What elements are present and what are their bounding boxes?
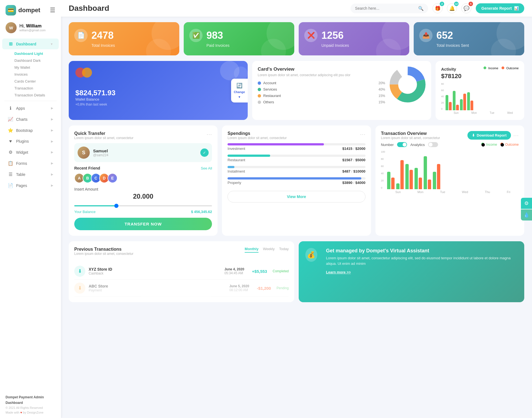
quick-transfer-widget: Quick Transfer Lorem ipsum dolor sit ame… bbox=[69, 125, 218, 236]
chart-icon: 📊 bbox=[514, 6, 519, 11]
restaurant-progress bbox=[227, 155, 270, 157]
number-toggle[interactable] bbox=[397, 142, 407, 147]
amount-slider-container bbox=[74, 202, 212, 207]
search-input[interactable] bbox=[355, 6, 416, 11]
see-all-link[interactable]: See All bbox=[201, 166, 212, 170]
property-amount: $3890 / $4000 bbox=[342, 181, 365, 185]
tx-row-name: XYZ Store ID bbox=[89, 267, 112, 271]
sidebar-item-widget-label: Widget bbox=[16, 150, 28, 155]
tx-row-type-2: Payment bbox=[89, 288, 108, 292]
sidebar-sub-dashboard-dark[interactable]: Dashboard Dark bbox=[11, 57, 61, 64]
legend-others: Others 15% bbox=[258, 100, 385, 104]
tab-monthly[interactable]: Monthly bbox=[245, 247, 259, 253]
income-dot bbox=[484, 66, 486, 69]
tx-outcome-dot: ⬤ bbox=[500, 143, 503, 145]
sent-invoices-value: 652 bbox=[436, 30, 453, 41]
outcome-bar-tx-fri bbox=[437, 164, 440, 189]
sidebar-item-dashboard[interactable]: ⊞ Dashboard ▼ bbox=[2, 39, 59, 49]
sidebar-item-widget[interactable]: ⚙ Widget ▶ bbox=[2, 147, 59, 158]
tab-today[interactable]: Today bbox=[279, 247, 289, 253]
sidebar-item-forms-label: Forms bbox=[16, 161, 27, 166]
amount-slider[interactable] bbox=[74, 205, 212, 206]
contact-info: Samuel @sam224 bbox=[93, 148, 108, 157]
avatar: W bbox=[6, 22, 17, 33]
chevron-right-icon: ▶ bbox=[51, 161, 53, 165]
sidebar-item-pages[interactable]: 📄 Pages ▶ bbox=[2, 180, 59, 191]
tx-controls: Number Analytics ⬤ Income ⬤ Outcome bbox=[381, 142, 519, 147]
tx-overview-menu[interactable]: ⋯ bbox=[513, 132, 519, 139]
tx-legend: ⬤ Income ⬤ Outcome bbox=[481, 143, 519, 147]
previous-transactions-widget: Previous Transactions Lorem ipsum dolor … bbox=[69, 241, 294, 302]
paid-invoices-icon: ✅ bbox=[189, 29, 203, 42]
user-email: william@gmail.com bbox=[19, 29, 45, 32]
settings-panel-button[interactable]: ⚙ bbox=[521, 198, 532, 209]
footer-brand: Dompet Payment Admin Dashboard bbox=[6, 395, 55, 405]
sidebar-sub-cards-center[interactable]: Cards Center bbox=[11, 78, 61, 85]
card-overview: Card's Overview Lorem ipsum dolor sit am… bbox=[252, 61, 431, 120]
analytics-toggle[interactable] bbox=[428, 142, 438, 147]
total-invoices-icon: 📄 bbox=[74, 29, 88, 42]
download-report-button[interactable]: ⬇ Download Report bbox=[467, 131, 511, 140]
table-icon: ☰ bbox=[8, 172, 13, 177]
user-profile: W Hi, William william@gmail.com bbox=[0, 19, 61, 37]
outcome-bar-tx-tue bbox=[410, 170, 413, 189]
tab-weekly[interactable]: Weekly bbox=[263, 247, 275, 253]
footer-copyright: © 2021 All Rights Reserved bbox=[6, 406, 55, 411]
gift-notification[interactable]: 🎁 2 bbox=[433, 3, 443, 13]
sidebar-item-charts-label: Charts bbox=[16, 117, 27, 122]
va-icon: 💰 bbox=[305, 248, 317, 262]
income-bar-wed bbox=[467, 92, 470, 110]
sidebar-item-charts[interactable]: 📈 Charts ▶ bbox=[2, 114, 59, 125]
contact-card[interactable]: S Samuel @sam224 ✓ bbox=[74, 143, 212, 162]
recent-friends-label: Recent Friend bbox=[74, 166, 100, 170]
dashboard-icon: ⊞ bbox=[8, 41, 13, 47]
unpaid-invoices-icon: ❌ bbox=[304, 29, 318, 42]
activity-title: Activity bbox=[441, 67, 456, 71]
sidebar-sub-invoices[interactable]: Invoices bbox=[11, 71, 61, 78]
sidebar-item-forms[interactable]: 📋 Forms ▶ bbox=[2, 158, 59, 169]
sidebar-item-dashboard-label: Dashboard bbox=[16, 42, 36, 46]
svg-point-3 bbox=[394, 71, 421, 98]
change-button[interactable]: 🔄 Change ▼ bbox=[231, 79, 248, 102]
search-box[interactable]: 🔍 bbox=[351, 4, 428, 13]
sidebar-item-bootstrap[interactable]: ⭐ Bootstrap ▶ bbox=[2, 125, 59, 136]
spendings-menu[interactable]: ⋯ bbox=[360, 131, 365, 138]
water-panel-button[interactable]: 💧 bbox=[521, 209, 532, 220]
sidebar-item-apps[interactable]: ℹ Apps ▶ bbox=[2, 103, 59, 114]
transfer-now-button[interactable]: TRANSFER NOW bbox=[74, 218, 212, 230]
installment-label: Installment bbox=[227, 169, 245, 173]
generate-report-button[interactable]: Generate Report 📊 bbox=[476, 3, 524, 13]
sidebar-sub-transaction-details[interactable]: Transaction Details bbox=[11, 92, 61, 99]
hamburger-icon[interactable]: ☰ bbox=[50, 7, 55, 14]
view-more-button[interactable]: View More bbox=[227, 191, 365, 202]
investment-progress bbox=[227, 143, 324, 145]
header: Dashboard 🔍 🎁 2 🔔 12 💬 5 Generate Report… bbox=[61, 0, 532, 17]
generate-report-label: Generate Report bbox=[481, 6, 512, 11]
outcome-legend: Outcome bbox=[502, 66, 519, 70]
sidebar-item-plugins[interactable]: ♥ Plugins ▶ bbox=[2, 136, 59, 147]
va-learn-more-link[interactable]: Learn more >> bbox=[326, 270, 351, 274]
logo-text: dompet bbox=[18, 7, 40, 14]
contact-handle: @sam224 bbox=[93, 153, 108, 157]
message-notification[interactable]: 💬 5 bbox=[461, 3, 471, 13]
chevron-right-icon: ▶ bbox=[51, 184, 53, 187]
wallet-balance-label: Wallet Balance bbox=[75, 97, 241, 101]
forms-icon: 📋 bbox=[8, 161, 13, 166]
tx-row-amount: +$5,553 bbox=[252, 269, 267, 274]
pt-header: Previous Transactions Lorem ipsum dolor … bbox=[74, 247, 289, 259]
tx-row-name-2: ABC Store bbox=[89, 284, 108, 288]
income-bar-tx-thu bbox=[424, 156, 427, 189]
tx-x-labels: Sun Mon Tue Wed Thu Fri bbox=[387, 190, 519, 194]
tx-row-status: Completed bbox=[273, 269, 289, 273]
sidebar-sub-transaction[interactable]: Transaction bbox=[11, 85, 61, 92]
spendings-desc: Lorem ipsum dolor sit amet, consectetur bbox=[227, 136, 287, 140]
sidebar-sub-dashboard-light[interactable]: Dashboard Light bbox=[11, 50, 61, 57]
bell-notification[interactable]: 🔔 12 bbox=[447, 3, 457, 13]
sidebar-item-table[interactable]: ☰ Table ▶ bbox=[2, 169, 59, 180]
quick-transfer-menu[interactable]: ⋯ bbox=[206, 131, 212, 138]
chevron-right-icon: ▶ bbox=[51, 117, 53, 121]
chevron-right-icon: ▶ bbox=[51, 140, 53, 143]
income-bar-sun bbox=[446, 95, 448, 110]
plugins-icon: ♥ bbox=[8, 139, 13, 144]
sidebar-sub-my-wallet[interactable]: My Wallet bbox=[11, 64, 61, 71]
